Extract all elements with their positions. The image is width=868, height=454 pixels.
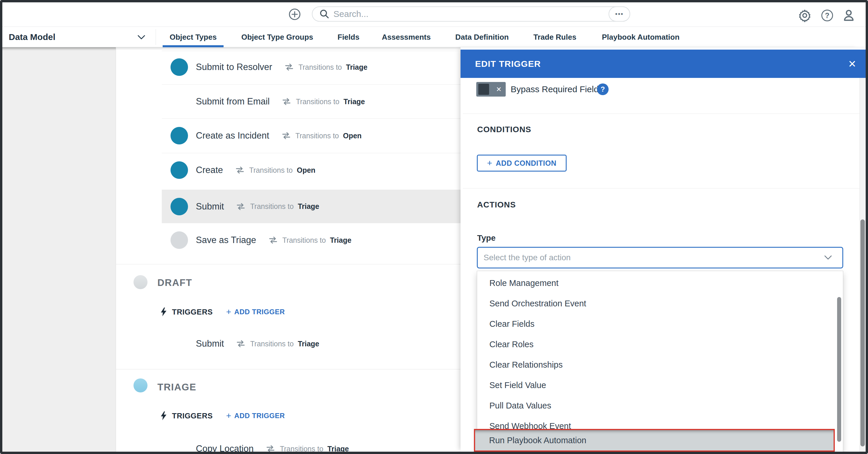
dropdown-item-role-management[interactable]: Role Management bbox=[477, 273, 843, 293]
tab-data-definition[interactable]: Data Definition bbox=[455, 27, 508, 47]
action-type-select[interactable] bbox=[477, 247, 843, 268]
tab-label: Playbook Automation bbox=[602, 33, 679, 42]
bypass-help-icon[interactable]: ? bbox=[597, 83, 609, 95]
nav-separator bbox=[156, 29, 156, 45]
panel-divider bbox=[463, 188, 860, 189]
transition-arrows-icon bbox=[236, 340, 246, 348]
transition-label: Submit bbox=[196, 201, 224, 212]
tab-assessments[interactable]: Assessments bbox=[382, 27, 431, 47]
transition-row-save-as-triage[interactable]: Save as Triage Transitions to Triage bbox=[162, 223, 461, 257]
transition-label: Save as Triage bbox=[196, 235, 256, 245]
section-divider bbox=[116, 264, 461, 264]
data-model-menu[interactable]: Data Model bbox=[9, 27, 55, 47]
add-trigger-button[interactable]: + ADD TRIGGER bbox=[226, 411, 285, 421]
transitions-to-label: Transitions to bbox=[250, 202, 293, 211]
conditions-heading: CONDITIONS bbox=[477, 125, 531, 134]
search-bar[interactable]: ••• bbox=[312, 6, 630, 22]
dropdown-item-clear-relationships[interactable]: Clear Relationships bbox=[477, 354, 843, 375]
nav-bar bbox=[2, 27, 866, 47]
dropdown-scrollbar-thumb[interactable] bbox=[837, 297, 841, 442]
action-type-input[interactable] bbox=[484, 253, 824, 262]
transition-arrows-icon bbox=[281, 97, 292, 106]
person-icon bbox=[842, 9, 856, 22]
state-dot-icon bbox=[170, 231, 188, 249]
triage-transition-row-copy-location[interactable]: Copy Location Transitions to Triage bbox=[162, 440, 349, 454]
tab-label: Trade Rules bbox=[533, 33, 576, 42]
transition-row-submit-selected[interactable]: Submit Transitions to Triage bbox=[162, 190, 461, 223]
dropdown-item-set-field-value[interactable]: Set Field Value bbox=[477, 375, 843, 395]
transition-label: Submit to Resolver bbox=[196, 62, 272, 73]
transition-destination: Triage bbox=[330, 236, 351, 245]
data-model-label: Data Model bbox=[9, 32, 55, 42]
section-divider bbox=[116, 369, 461, 369]
transition-label: Create bbox=[196, 165, 223, 175]
plus-circle-icon bbox=[288, 8, 301, 21]
lightning-bolt-icon bbox=[160, 307, 167, 317]
dropdown-item-label: Run Playbook Automation bbox=[489, 436, 586, 445]
transition-destination: Triage bbox=[327, 445, 349, 453]
user-account-button[interactable] bbox=[842, 9, 856, 22]
state-dot-icon bbox=[170, 58, 188, 76]
tab-playbook-automation[interactable]: Playbook Automation bbox=[602, 27, 679, 47]
transition-row-create[interactable]: Create Transitions to Open bbox=[162, 153, 461, 187]
add-trigger-button[interactable]: + ADD TRIGGER bbox=[226, 307, 285, 317]
transition-row-submit-from-email[interactable]: Submit from Email Transitions to Triage bbox=[162, 85, 461, 118]
search-input[interactable] bbox=[334, 9, 609, 19]
panel-title: EDIT TRIGGER bbox=[475, 59, 541, 69]
add-trigger-label: ADD TRIGGER bbox=[234, 412, 285, 420]
help-button[interactable]: ? bbox=[820, 9, 834, 22]
tab-label: Data Definition bbox=[455, 33, 508, 42]
panel-divider bbox=[463, 113, 860, 114]
state-dot-icon bbox=[170, 198, 188, 215]
add-condition-button[interactable]: + ADD CONDITION bbox=[477, 154, 567, 172]
plus-glyph: + bbox=[226, 307, 231, 317]
close-icon[interactable]: ✕ bbox=[848, 50, 857, 78]
gear-icon bbox=[798, 9, 811, 22]
transition-row-create-as-incident[interactable]: Create as Incident Transitions to Open bbox=[162, 119, 461, 152]
bypass-required-fields-label: Bypass Required Fields. bbox=[510, 82, 606, 96]
state-dot-icon bbox=[170, 161, 188, 179]
transition-row-submit-to-resolver[interactable]: Submit to Resolver Transitions to Triage bbox=[162, 50, 461, 84]
transition-destination: Triage bbox=[346, 63, 368, 72]
transition-arrows-icon bbox=[236, 202, 246, 211]
type-label: Type bbox=[477, 233, 496, 243]
search-options-button[interactable]: ••• bbox=[609, 6, 630, 22]
bypass-required-fields-toggle[interactable]: ✕ bbox=[476, 82, 506, 96]
triage-triggers-header: TRIGGERS + ADD TRIGGER bbox=[160, 411, 285, 421]
tab-object-types[interactable]: Object Types bbox=[169, 27, 217, 47]
tab-label: Assessments bbox=[382, 33, 431, 42]
tab-label: Fields bbox=[338, 33, 360, 42]
transition-arrows-icon bbox=[268, 236, 278, 244]
transition-arrows-icon bbox=[265, 445, 276, 453]
transition-label: Submit bbox=[196, 338, 224, 349]
tab-object-type-groups[interactable]: Object Type Groups bbox=[241, 27, 313, 47]
actions-heading: ACTIONS bbox=[477, 200, 516, 209]
edit-trigger-header: EDIT TRIGGER ✕ bbox=[461, 50, 866, 78]
settings-button[interactable] bbox=[798, 9, 811, 22]
transitions-to-label: Transitions to bbox=[299, 63, 342, 72]
active-tab-underline bbox=[163, 45, 223, 47]
tab-label: Object Types bbox=[169, 33, 217, 42]
draft-transition-row-submit[interactable]: Submit Transitions to Triage bbox=[162, 335, 319, 352]
toggle-off-x-icon: ✕ bbox=[496, 82, 502, 96]
dropdown-item-send-orchestration-event[interactable]: Send Orchestration Event bbox=[477, 293, 843, 314]
transitions-to-label: Transitions to bbox=[249, 166, 292, 174]
chevron-down-icon bbox=[137, 34, 146, 40]
panel-scrollbar-thumb[interactable] bbox=[861, 220, 865, 447]
dropdown-item-run-playbook-automation-highlighted[interactable]: Run Playbook Automation bbox=[474, 429, 835, 452]
transition-destination: Open bbox=[297, 166, 315, 174]
add-trigger-label: ADD TRIGGER bbox=[234, 308, 285, 316]
lightning-bolt-icon bbox=[160, 411, 167, 421]
transitions-to-label: Transitions to bbox=[296, 97, 339, 106]
tab-fields[interactable]: Fields bbox=[338, 27, 360, 47]
triggers-label: TRIGGERS bbox=[172, 412, 213, 421]
tab-label: Object Type Groups bbox=[241, 33, 313, 42]
dropdown-item-clear-fields[interactable]: Clear Fields bbox=[477, 314, 843, 334]
tab-trade-rules[interactable]: Trade Rules bbox=[533, 27, 576, 47]
create-new-button[interactable] bbox=[288, 8, 301, 21]
dropdown-item-pull-data-values[interactable]: Pull Data Values bbox=[477, 395, 843, 416]
question-circle-icon: ? bbox=[822, 10, 833, 21]
transition-destination: Triage bbox=[343, 97, 365, 106]
transition-arrows-icon bbox=[284, 63, 294, 71]
dropdown-item-clear-roles[interactable]: Clear Roles bbox=[477, 334, 843, 354]
